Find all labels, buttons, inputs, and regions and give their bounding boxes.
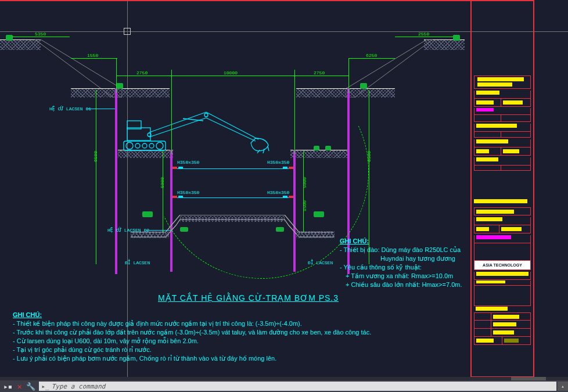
note-right: GHI CHÚ: - Thiết bị đào: Dùng máy đào R2… — [340, 237, 468, 289]
close-icon[interactable]: ✕ — [17, 382, 22, 391]
tree-marker — [453, 35, 460, 41]
model-space[interactable]: ASIA TECHNOLOGY — [0, 0, 568, 380]
dim-text: 6250 — [366, 53, 377, 58]
svg-line-16 — [268, 146, 269, 151]
svg-point-17 — [204, 113, 208, 117]
marker — [360, 83, 367, 89]
svg-rect-8 — [127, 128, 150, 141]
svg-line-14 — [257, 150, 260, 153]
dim — [348, 58, 395, 59]
svg-point-7 — [149, 143, 154, 148]
dim-text: 5000 — [302, 177, 307, 188]
dim-text: 6500 — [366, 151, 372, 162]
excavator-icon — [119, 109, 276, 156]
dim — [116, 58, 117, 93]
note-bottom: GHI CHÚ: - Thiết kế biện pháp thi công n… — [13, 311, 454, 363]
dim-text: 2750 — [136, 70, 148, 75]
pile-label-2: HỆ CỪ LACSEN 02 — [107, 228, 149, 233]
svg-line-12 — [206, 112, 258, 139]
dim — [96, 90, 96, 264]
dim-text: 10000 — [224, 70, 238, 75]
dim-text: 5350 — [35, 31, 46, 37]
sheet-pile-outer-l — [115, 88, 117, 274]
dim — [395, 37, 453, 37]
scroll-right-button[interactable]: ▴ — [558, 382, 568, 391]
dim-text: 1500 — [302, 200, 307, 211]
recent-commands-icon[interactable]: ▸▪ — [3, 382, 13, 391]
pile-end-r: ĐỈ LACSEN — [308, 260, 333, 265]
svg-point-4 — [156, 142, 163, 149]
command-input[interactable]: ▸_ Type a command — [39, 382, 556, 391]
tree-marker — [6, 35, 13, 41]
svg-point-6 — [142, 143, 147, 148]
dim-text: 6500 — [93, 151, 98, 162]
svg-line-13 — [206, 118, 256, 141]
svg-point-5 — [135, 143, 140, 148]
dim — [116, 75, 348, 76]
titleblock — [474, 75, 531, 171]
company-name: ASIA TECHNOLOGY — [483, 263, 522, 267]
dim-text: 2750 — [314, 70, 325, 75]
dim — [171, 70, 172, 154]
pile-label-1: HỆ CỪ LACSEN 01 — [49, 106, 91, 112]
svg-line-10 — [149, 112, 206, 132]
dim — [12, 37, 70, 37]
pile-end-l: ĐỈ LACSEN — [125, 260, 150, 265]
dim — [348, 58, 349, 93]
drawing-frame-top — [0, 0, 470, 3]
pick-box — [124, 28, 131, 35]
marker — [142, 211, 153, 217]
customize-icon[interactable]: 🔧 — [26, 382, 35, 391]
dim — [303, 151, 304, 232]
dim — [163, 151, 163, 232]
command-prompt-icon: ▸_ — [41, 383, 49, 390]
dim-text: 5000 — [160, 177, 165, 188]
dim — [71, 58, 117, 59]
section-title: MẶT CẮT HỆ GIẰNG CỪ-TRẠM BƠM PS.3 — [158, 293, 339, 303]
svg-line-11 — [149, 118, 206, 137]
dim-text: 1550 — [87, 53, 98, 58]
command-bar: ▸▪ ✕ 🔧 ▸_ Type a command ▴ — [0, 380, 568, 392]
titleblock-lower: ASIA TECHNOLOGY — [474, 197, 531, 345]
command-placeholder: Type a command — [52, 383, 106, 390]
svg-point-3 — [126, 142, 133, 149]
svg-line-15 — [263, 149, 264, 153]
dim-text: 2550 — [418, 31, 429, 37]
dim — [294, 70, 295, 154]
ground-mid-left — [71, 88, 170, 98]
